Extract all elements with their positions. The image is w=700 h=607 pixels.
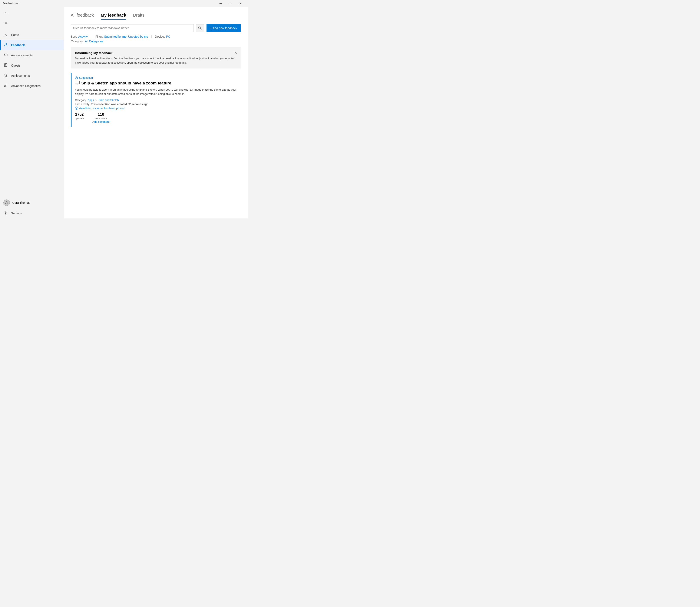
- svg-line-14: [201, 29, 202, 30]
- svg-point-19: [75, 107, 78, 109]
- category-sub-link[interactable]: Snip and Sketch: [99, 99, 119, 102]
- last-activity-label: Last activity: [75, 103, 89, 106]
- search-button[interactable]: [196, 24, 204, 32]
- tab-all-feedback[interactable]: All feedback: [71, 13, 94, 20]
- user-name: Cora Thomas: [12, 201, 31, 204]
- tab-drafts[interactable]: Drafts: [133, 13, 144, 20]
- user-profile[interactable]: Cora Thomas: [0, 197, 64, 208]
- sidebar-item-achievements[interactable]: Achievements: [0, 70, 64, 81]
- banner-title: Introducing My feedback: [75, 51, 237, 55]
- category-app-link[interactable]: Apps: [87, 99, 94, 102]
- svg-point-13: [199, 27, 201, 29]
- banner-close-button[interactable]: ✕: [233, 50, 238, 56]
- feedback-body: You should be able to zoom in on an imag…: [75, 88, 241, 96]
- device-label: Device:: [155, 35, 165, 38]
- titlebar-title: Feedback Hub: [3, 2, 216, 5]
- sort-label: Sort:: [71, 35, 77, 38]
- svg-point-11: [6, 202, 7, 203]
- suggestion-tag: Suggestion: [75, 76, 241, 79]
- sidebar-item-announcements[interactable]: Announcements: [0, 50, 64, 60]
- sidebar-item-label: Achievements: [11, 74, 30, 78]
- add-feedback-button[interactable]: + Add new feedback: [206, 24, 241, 32]
- comments-block: 110 comments Add comment: [93, 112, 109, 123]
- sidebar-item-settings[interactable]: Settings: [0, 208, 64, 218]
- category-meta-label: Category: [75, 99, 86, 102]
- comments-count: 110: [98, 112, 104, 117]
- feedback-icon: [3, 43, 8, 48]
- hamburger-icon: ≡: [5, 21, 7, 25]
- upvotes-count: 1752: [75, 112, 84, 117]
- svg-point-0: [5, 43, 6, 45]
- sidebar-item-label: Announcements: [11, 54, 33, 57]
- avatar: [3, 200, 10, 206]
- feedback-category: Category Apps > Snip and Sketch: [75, 99, 241, 102]
- sidebar-item-feedback[interactable]: Feedback: [0, 40, 64, 50]
- search-input[interactable]: [73, 26, 192, 30]
- quests-icon: [3, 63, 8, 68]
- sidebar-item-home[interactable]: ⌂ Home: [0, 30, 64, 40]
- feedback-list: Suggestion Snip & Sketch app should have…: [64, 68, 248, 127]
- official-response[interactable]: An official response has been posted: [75, 107, 241, 110]
- official-response-text: An official response has been posted: [79, 107, 124, 110]
- category-value[interactable]: All Categories: [85, 40, 103, 43]
- titlebar-controls: — □ ✕: [216, 0, 245, 7]
- sidebar-item-label: Advanced Diagnostics: [11, 84, 41, 88]
- feedback-title-text: Snip & Sketch app should have a zoom fea…: [81, 81, 171, 85]
- hamburger-button[interactable]: ≡: [2, 19, 10, 27]
- svg-rect-18: [77, 84, 78, 84]
- upvotes-block: 1752 upvotes: [75, 112, 84, 120]
- minimize-button[interactable]: —: [216, 0, 226, 7]
- sidebar-item-quests[interactable]: Quests: [0, 60, 64, 70]
- filter-value[interactable]: Submitted by me, Upvoted by me: [104, 35, 148, 38]
- home-icon: ⌂: [3, 33, 8, 37]
- add-comment-link[interactable]: Add comment: [93, 120, 109, 123]
- settings-label: Settings: [11, 212, 22, 215]
- filter-sep: |: [151, 35, 152, 38]
- last-activity-text: This collection was created: [91, 103, 127, 106]
- settings-icon: [3, 211, 8, 216]
- back-icon: ←: [4, 11, 8, 15]
- svg-rect-16: [75, 81, 79, 84]
- category-label: Category:: [71, 40, 84, 43]
- device-value[interactable]: PC: [166, 35, 170, 38]
- sidebar-item-advanced[interactable]: Advanced Diagnostics: [0, 81, 64, 91]
- achievements-icon: [3, 73, 8, 79]
- main-content: All feedback My feedback Drafts + Add ne…: [64, 7, 248, 218]
- sidebar-item-label: Home: [11, 33, 19, 37]
- search-row: + Add new feedback: [64, 20, 248, 32]
- filter-label: Filter:: [95, 35, 103, 38]
- upvotes-label: upvotes: [75, 117, 84, 120]
- svg-point-12: [5, 212, 6, 213]
- banner-text: My feedback makes it easier to find the …: [75, 56, 237, 65]
- search-box: [71, 24, 194, 32]
- advanced-icon: [3, 83, 8, 89]
- sidebar-item-label: Quests: [11, 64, 20, 67]
- last-activity-time: 52 seconds ago: [128, 103, 148, 106]
- feedback-last-activity: Last activity This collection was create…: [75, 103, 241, 106]
- tabs: All feedback My feedback Drafts: [64, 7, 248, 20]
- sidebar-bottom: Cora Thomas Settings: [0, 197, 64, 218]
- maximize-button[interactable]: □: [226, 0, 236, 7]
- category-row: Category: All Categories: [64, 38, 248, 43]
- feedback-stats: 1752 upvotes 110 comments Add comment: [75, 112, 241, 123]
- tag-label: Suggestion: [79, 76, 93, 79]
- comments-label: comments: [95, 117, 107, 120]
- feedback-card: Suggestion Snip & Sketch app should have…: [71, 73, 241, 127]
- titlebar: Feedback Hub — □ ✕: [0, 0, 248, 7]
- announcements-icon: [3, 53, 8, 58]
- sidebar-item-label: Feedback: [11, 43, 25, 47]
- filter-row: Sort: Activity Filter: Submitted by me, …: [64, 32, 248, 38]
- sort-value[interactable]: Activity: [78, 35, 88, 38]
- svg-point-6: [5, 74, 7, 76]
- info-banner: Introducing My feedback My feedback make…: [71, 47, 241, 68]
- sidebar: ← ≡ ⌂ Home Feedback: [0, 7, 64, 218]
- back-button[interactable]: ←: [2, 8, 10, 17]
- feedback-title-icon: [75, 81, 80, 85]
- app-layout: ← ≡ ⌂ Home Feedback: [0, 7, 248, 218]
- feedback-title: Snip & Sketch app should have a zoom fea…: [75, 81, 241, 85]
- close-button[interactable]: ✕: [236, 0, 245, 7]
- tab-my-feedback[interactable]: My feedback: [101, 13, 126, 20]
